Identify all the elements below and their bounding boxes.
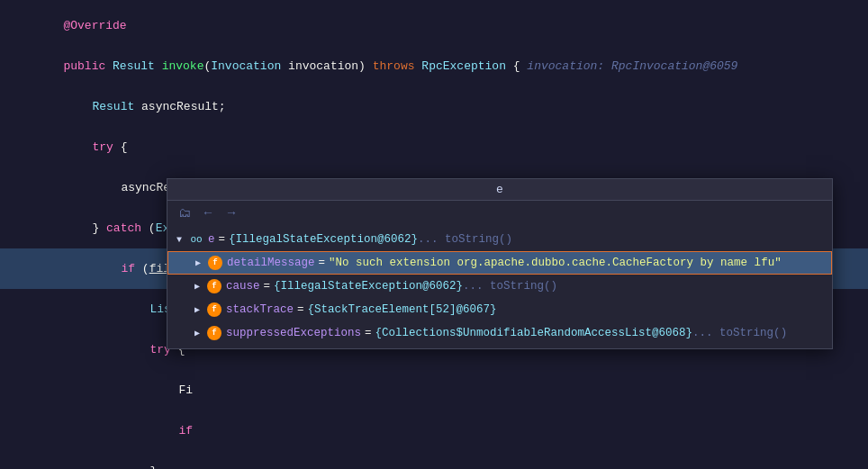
back-arrow-icon: ← [202, 205, 214, 220]
field-value: {IllegalStateException@6062} [274, 280, 463, 293]
field-eq: = [219, 233, 226, 246]
field-eq: = [297, 303, 304, 316]
method: invoke [162, 59, 204, 73]
tree-arrow-open [176, 235, 189, 245]
keyword: try [92, 140, 120, 154]
tree-node-stack-trace[interactable]: f stackTrace = {StackTraceElement[52]@60… [167, 298, 832, 321]
field-suffix: ... toString() [692, 327, 787, 339]
throws-keyword: throws [373, 59, 422, 73]
type: Result [92, 100, 141, 113]
code-line-3: Result asyncResult; [0, 86, 868, 127]
tree-node-detail-message[interactable]: f detailMessage = "No such extension org… [167, 251, 832, 275]
code-lines: @Override public Result invoke(Invocatio… [0, 0, 868, 469]
inline-hint: invocation: RpcInvocation@6059 [527, 59, 737, 73]
tree-arrow-closed [195, 257, 208, 268]
tree-arrow-closed [194, 328, 207, 338]
field-value: {Collections$UnmodifiableRandomAccessLis… [375, 327, 693, 339]
field-value: {IllegalStateException@6062} [229, 233, 418, 246]
field-name: suppressedExceptions [226, 327, 361, 339]
field-suffix: ... toString() [463, 280, 557, 293]
code-line-2: public Result invoke(Invocation invocati… [0, 46, 868, 86]
debug-tree: oo e = {IllegalStateException@6062} ... … [167, 224, 832, 348]
field-suffix: ... toString() [418, 233, 512, 246]
popup-title: e [175, 183, 825, 196]
tree-node-suppressed-exceptions[interactable]: f suppressedExceptions = {Collections$Un… [167, 321, 832, 345]
oo-icon: oo [189, 232, 203, 247]
field-f-icon: f [207, 302, 222, 317]
field-value: "No such extension org.apache.dubbo.cach… [329, 257, 782, 269]
field-f-icon: f [208, 256, 222, 270]
code-editor: @Override public Result invoke(Invocatio… [0, 0, 868, 469]
type: Result [113, 59, 162, 73]
back-button[interactable]: ← [198, 203, 218, 221]
forward-arrow-icon: → [225, 205, 238, 220]
tree-node-cause[interactable]: f cause = {IllegalStateException@6062} .… [167, 275, 832, 298]
var: asyncResult [141, 100, 219, 113]
field-eq: = [264, 280, 271, 293]
field-eq: = [365, 327, 372, 339]
keyword: if [178, 424, 193, 437]
type: Invocation [211, 59, 288, 73]
tree-arrow-closed [194, 281, 207, 292]
keyword: catch [106, 221, 149, 235]
code-line-11: if [0, 410, 868, 451]
field-value: {StackTraceElement[52]@6067} [308, 303, 497, 316]
var: invocation [288, 59, 358, 73]
folder-icon-button[interactable]: 🗂 [175, 203, 194, 221]
popup-toolbar[interactable]: 🗂 ← → [167, 201, 832, 224]
popup-header: e [167, 179, 832, 201]
exception-type: RpcException [421, 59, 506, 73]
field-f-icon: f [207, 279, 222, 293]
field-eq: = [319, 257, 326, 269]
forward-button[interactable]: → [222, 203, 241, 221]
keyword: public [63, 59, 113, 73]
keyword: if [121, 262, 141, 275]
code-line-10: Fi [0, 370, 868, 410]
field-name: stackTrace [226, 303, 294, 316]
code-line-1: @Override [0, 5, 868, 46]
field-f-icon: f [207, 326, 222, 340]
var: Fi [178, 383, 193, 397]
code-line-4: try { [0, 127, 868, 167]
field-name: detailMessage [227, 257, 315, 269]
code-line-12: } [0, 451, 868, 469]
annotation: @Override [63, 19, 126, 32]
folder-icon: 🗂 [178, 205, 191, 220]
field-name: cause [226, 280, 260, 293]
field-name: e [208, 233, 215, 246]
tree-root-node[interactable]: oo e = {IllegalStateException@6062} ... … [167, 228, 832, 251]
tree-arrow-closed [194, 304, 207, 315]
debug-popup: e 🗂 ← → oo e = [167, 178, 833, 349]
